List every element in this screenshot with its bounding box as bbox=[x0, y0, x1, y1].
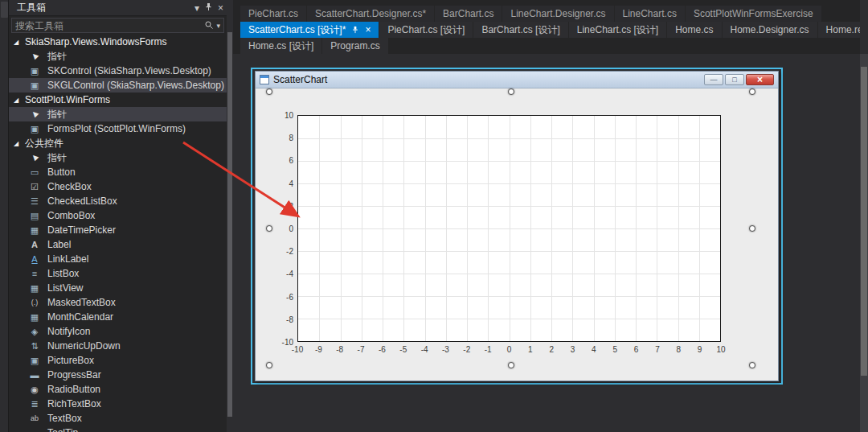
tab[interactable]: Home.cs bbox=[667, 22, 721, 38]
toolbox-item[interactable]: ▶指针 bbox=[9, 150, 227, 165]
close-button[interactable]: × bbox=[746, 74, 774, 85]
y-tick-label: -2 bbox=[269, 247, 293, 256]
tab[interactable]: Home.re bbox=[818, 22, 860, 38]
resize-handle-tr[interactable] bbox=[749, 88, 755, 95]
toolbox-item[interactable]: ☰CheckedListBox bbox=[9, 194, 227, 208]
toolbox-item[interactable]: ▶指针 bbox=[9, 107, 227, 121]
y-tick-label: -8 bbox=[269, 315, 293, 323]
maximize-button[interactable]: □ bbox=[725, 74, 744, 85]
tab[interactable]: BarChart.cs [设计] bbox=[473, 22, 567, 38]
tab[interactable]: LineChart.cs bbox=[615, 6, 685, 22]
picturebox-icon: ▣ bbox=[28, 354, 41, 367]
formsplot-control[interactable]: 1086420-2-4-6-8-10 -10-9-8-7-6-5-4-3-2-1… bbox=[269, 92, 752, 365]
toolbox-group-header[interactable]: ◢公共控件 bbox=[9, 136, 227, 150]
listview-icon: ▦ bbox=[28, 282, 41, 294]
y-tick-label: -10 bbox=[269, 338, 293, 347]
toolbox-item-label: Label bbox=[47, 239, 71, 250]
toolbox-item[interactable]: ALabel bbox=[9, 237, 227, 252]
toolbox-item[interactable]: ALinkLabel bbox=[9, 252, 227, 266]
tab[interactable]: Program.cs bbox=[322, 38, 387, 54]
y-tick-label: 10 bbox=[269, 111, 293, 120]
control-icon: ▣ bbox=[28, 79, 41, 92]
tab[interactable]: ScatterChart.Designer.cs* bbox=[307, 6, 434, 22]
tab[interactable]: ScatterChart.cs [设计]*× bbox=[240, 22, 379, 38]
form-titlebar[interactable]: ScatterChart — □ × bbox=[256, 72, 778, 88]
designer-canvas: ScatterChart — □ × 1086420-2-4-6-8-10 -1… bbox=[233, 54, 860, 432]
label-icon: A bbox=[28, 238, 41, 251]
toolbox-item[interactable]: ▦DateTimePicker bbox=[9, 223, 227, 237]
combobox-icon: ▤ bbox=[28, 209, 41, 222]
close-icon[interactable]: × bbox=[365, 24, 371, 35]
toolbox-item[interactable]: ▣PictureBox bbox=[9, 353, 227, 368]
collapsed-panel-icon[interactable] bbox=[1, 2, 8, 18]
expander-icon: ◢ bbox=[14, 39, 23, 46]
toolbox-item[interactable]: ≣RichTextBox bbox=[9, 397, 227, 411]
toolbox-item[interactable]: ▤ComboBox bbox=[9, 208, 227, 223]
resize-handle-tm[interactable] bbox=[508, 88, 514, 95]
tab-label: Home.re bbox=[826, 24, 860, 35]
toolbox-tree: ◢SkiaSharp.Views.WindowsForms▶指针▣SKContr… bbox=[9, 35, 227, 432]
toolbox-item[interactable]: ▶指针 bbox=[9, 49, 227, 64]
minimize-button[interactable]: — bbox=[704, 74, 723, 85]
resize-handle-bl[interactable] bbox=[266, 362, 272, 368]
toolbox-item[interactable]: ≡ListBox bbox=[9, 266, 227, 281]
toolbox-item[interactable]: ▭Button bbox=[9, 165, 227, 179]
toolbox-item[interactable]: ▦MonthCalendar bbox=[9, 310, 227, 324]
toolbox-item[interactable]: ◈NotifyIcon bbox=[9, 324, 227, 339]
y-tick-label: -4 bbox=[269, 269, 293, 278]
toolbox-item[interactable]: ◉RadioButton bbox=[9, 382, 227, 397]
toolbox-item[interactable]: ▣SKGLControl (SkiaSharp.Views.Desktop) bbox=[9, 78, 227, 93]
close-icon[interactable]: × bbox=[218, 3, 223, 13]
toolbox-item[interactable]: ▭ToolTip bbox=[9, 426, 227, 432]
tab[interactable]: LineChart.Designer.cs bbox=[502, 6, 613, 22]
tab[interactable]: PieChart.cs [设计] bbox=[379, 22, 473, 38]
tab[interactable]: Home.Designer.cs bbox=[723, 22, 817, 38]
tab-row-3: Home.cs [设计]Program.cs bbox=[233, 38, 860, 54]
toolbox-scrollbar[interactable] bbox=[227, 0, 233, 432]
editor-scrollbar[interactable] bbox=[860, 54, 868, 432]
search-options-chevron-icon[interactable]: ▾ bbox=[216, 22, 220, 30]
toolbox-group-label: SkiaSharp.Views.WindowsForms bbox=[25, 36, 167, 47]
x-tick-label: 3 bbox=[571, 345, 575, 354]
toolbox-group-label: 公共控件 bbox=[25, 137, 63, 150]
resize-handle-br[interactable] bbox=[749, 362, 755, 368]
resize-handle-tl[interactable] bbox=[266, 88, 272, 95]
editor-scrollbar-thumb[interactable] bbox=[861, 67, 867, 376]
toolbox-item[interactable]: ▣SKControl (SkiaSharp.Views.Desktop) bbox=[9, 64, 227, 78]
toolbox-item[interactable]: ☑CheckBox bbox=[9, 179, 227, 194]
toolbox-item[interactable]: ▬ProgressBar bbox=[9, 368, 227, 382]
toolbox-item-label: ComboBox bbox=[47, 210, 95, 221]
resize-handle-ml[interactable] bbox=[266, 225, 272, 232]
x-tick-label: -1 bbox=[485, 345, 492, 354]
chevron-down-icon[interactable]: ▾ bbox=[194, 3, 199, 13]
toolbox-item[interactable]: ▣FormsPlot (ScottPlot.WinForms) bbox=[9, 121, 227, 136]
tab-label: PieChart.cs bbox=[248, 8, 298, 19]
tab[interactable]: ScottPlotWinFormsExercise bbox=[686, 6, 821, 22]
toolbox-group-header[interactable]: ◢ScottPlot.WinForms bbox=[9, 93, 227, 107]
resize-handle-bm[interactable] bbox=[508, 362, 514, 368]
toolbox-item-label: PictureBox bbox=[47, 355, 94, 366]
tab-label: BarChart.cs bbox=[443, 8, 493, 19]
vs-window: 工具箱 ▾ × ▾ ◢SkiaSharp.Views.WindowsForms▶… bbox=[0, 0, 868, 432]
pin-icon[interactable] bbox=[204, 2, 213, 13]
search-icon[interactable] bbox=[204, 20, 214, 31]
tab[interactable]: LineChart.cs [设计] bbox=[569, 22, 666, 38]
toolbox-scrollbar-thumb[interactable] bbox=[227, 32, 232, 417]
tab-label: BarChart.cs [设计] bbox=[481, 23, 559, 37]
search-input[interactable] bbox=[15, 20, 204, 31]
tab[interactable]: PieChart.cs bbox=[240, 6, 306, 22]
tab[interactable]: BarChart.cs bbox=[435, 6, 502, 22]
toolbox-item[interactable]: (.)MaskedTextBox bbox=[9, 295, 227, 310]
gridline-horizontal bbox=[298, 251, 720, 252]
toolbox-group-header[interactable]: ◢SkiaSharp.Views.WindowsForms bbox=[9, 35, 227, 49]
toolbox-title: 工具箱 bbox=[17, 1, 194, 14]
resize-handle-mr[interactable] bbox=[749, 225, 755, 232]
toolbox-item[interactable]: ▦ListView bbox=[9, 281, 227, 295]
toolbox-item[interactable]: ⇅NumericUpDown bbox=[9, 339, 227, 353]
toolbox-item-label: RadioButton bbox=[47, 384, 100, 395]
x-tick-label: 6 bbox=[634, 345, 639, 354]
tab[interactable]: Home.cs [设计] bbox=[240, 38, 321, 54]
left-edge-strip bbox=[0, 0, 9, 432]
pin-icon[interactable] bbox=[351, 26, 359, 34]
toolbox-item[interactable]: abTextBox bbox=[9, 411, 227, 426]
